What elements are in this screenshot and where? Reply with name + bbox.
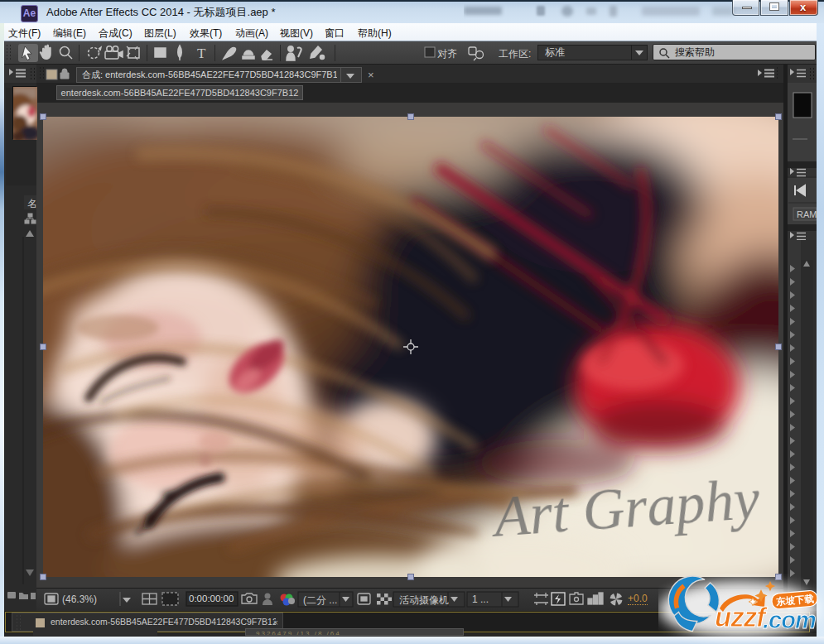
svg-text:T: T xyxy=(197,46,206,61)
svg-text:.com: .com xyxy=(763,607,816,633)
svg-text:uzzf: uzzf xyxy=(715,602,768,632)
svg-text:名: 名 xyxy=(27,198,36,209)
svg-text:RAM: RAM xyxy=(797,209,817,219)
